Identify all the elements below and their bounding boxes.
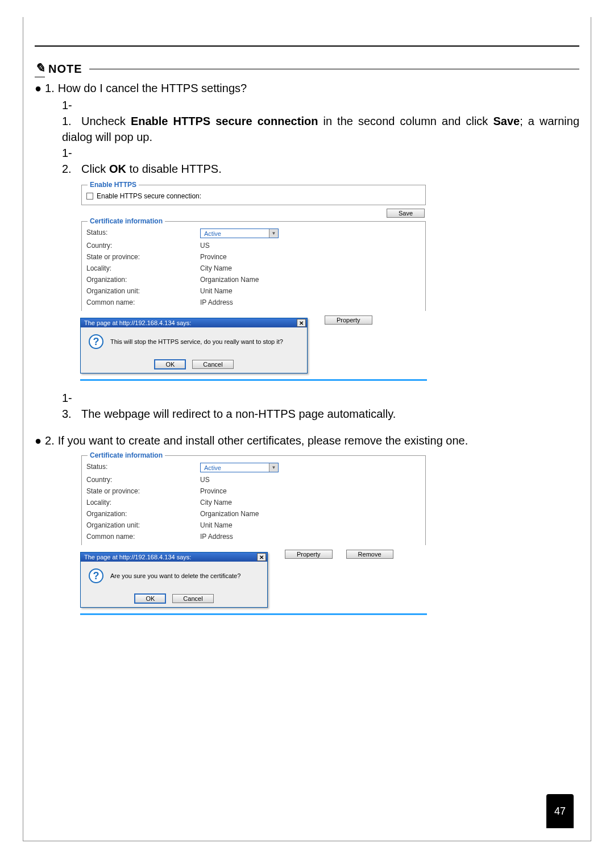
enable-https-checkbox[interactable] (86, 193, 93, 200)
val-status2: Active ▼ (200, 463, 421, 472)
enable-https-fieldset: Enable HTTPS Enable HTTPS secure connect… (81, 185, 426, 205)
note-heading: ✎ NOTE (35, 61, 579, 77)
cert-info-fieldset-2: Certificate information Status: Active ▼… (81, 455, 426, 545)
lbl-status2: Status: (86, 463, 200, 472)
enable-https-legend: Enable HTTPS (88, 181, 139, 189)
note-pen-icon: ✎ (35, 61, 45, 77)
screenshot-2: Certificate information Status: Active ▼… (80, 455, 427, 615)
cert-info-legend-1: Certificate information (88, 217, 165, 225)
cert-grid-1: Status: Active ▼ Country: US State or pr… (86, 229, 421, 306)
bullet-icon: ● (35, 434, 42, 447)
ok-button[interactable]: OK (154, 359, 186, 369)
val-org: Organization Name (200, 276, 421, 284)
q1-step1-bold: Enable HTTPS secure connection (131, 115, 318, 127)
note-label: NOTE (48, 63, 82, 76)
q2-text: If you want to create and install other … (58, 434, 468, 447)
cert-info-legend-2: Certificate information (88, 451, 165, 459)
lbl-orgunit: Organization unit: (86, 287, 200, 295)
chevron-down-icon: ▼ (269, 229, 278, 238)
lbl-orgunit2: Organization unit: (86, 521, 200, 529)
val-org2: Organization Name (200, 510, 421, 518)
question-1: ● 1. How do I cancel the HTTPS settings? (35, 82, 579, 95)
confirm-dialog-1: The page at http://192.168.4.134 says: ✕… (80, 318, 308, 373)
lbl-common2: Common name: (86, 533, 200, 541)
dialog-title-2: The page at http://192.168.4.134 says: (84, 554, 191, 560)
lbl-state: State or province: (86, 253, 200, 261)
cancel-button[interactable]: Cancel (192, 360, 233, 369)
note-rule (89, 69, 579, 69)
close-icon[interactable]: ✕ (297, 319, 306, 327)
q1-step2-post: to disable HTTPS. (126, 163, 222, 175)
cancel-button[interactable]: Cancel (172, 594, 213, 603)
dialog-title: The page at http://192.168.4.134 says: (84, 319, 191, 326)
val-common: IP Address (200, 298, 421, 306)
status-combo[interactable]: Active ▼ (200, 229, 279, 238)
status-combo-2[interactable]: Active ▼ (200, 463, 279, 472)
dialog-message-2: Are you sure you want to delete the cert… (110, 572, 240, 579)
status-combo-value: Active (201, 230, 269, 237)
val-state2: Province (200, 487, 421, 495)
q2-number: 2. (45, 434, 55, 447)
lbl-locality: Locality: (86, 264, 200, 272)
question-icon: ? (89, 568, 103, 583)
enable-https-checkbox-label: Enable HTTPS secure connection: (97, 192, 201, 200)
lbl-common: Common name: (86, 298, 200, 306)
remove-button[interactable]: Remove (346, 550, 393, 559)
dialog-body: ? This will stop the HTTPS service, do y… (81, 327, 307, 356)
enable-https-row: Enable HTTPS secure connection: (86, 192, 421, 200)
q1-number: 1. (45, 82, 55, 95)
q1-step2-bold: OK (109, 163, 126, 175)
status-combo-value-2: Active (201, 464, 269, 471)
q1-step3-text: The webpage will redirect to a non-HTTPS… (81, 408, 396, 420)
chevron-down-icon: ▼ (269, 463, 278, 472)
question-2: ● 2. If you want to create and install o… (35, 434, 579, 447)
save-row: Save (82, 209, 425, 218)
page-number: 47 (546, 794, 574, 828)
top-horizontal-rule (35, 45, 579, 47)
q1-step1-num: 1-1. (62, 97, 81, 129)
val-country2: US (200, 476, 421, 484)
q1-step2: 1-2.Click OK to disable HTTPS. (62, 145, 579, 177)
val-status: Active ▼ (200, 229, 421, 238)
q1-step1-mid: in the second column and click (318, 115, 493, 127)
val-common2: IP Address (200, 533, 421, 541)
lbl-locality2: Locality: (86, 499, 200, 506)
val-state: Province (200, 253, 421, 261)
ok-button[interactable]: OK (134, 593, 166, 604)
lbl-state2: State or province: (86, 487, 200, 495)
screenshot-1: Enable HTTPS Enable HTTPS secure connect… (80, 185, 427, 381)
val-locality: City Name (200, 264, 421, 272)
lbl-country2: Country: (86, 476, 200, 484)
dialog-message: This will stop the HTTPS service, do you… (110, 338, 283, 345)
q1-step2-pre: Click (81, 163, 109, 175)
bullet-icon: ● (35, 82, 42, 95)
val-orgunit2: Unit Name (200, 521, 421, 529)
val-orgunit: Unit Name (200, 287, 421, 295)
cert-info-fieldset-1: Certificate information Status: Active ▼… (81, 221, 426, 311)
q1-text: How do I cancel the HTTPS settings? (58, 82, 247, 95)
dialog-buttons: OK Cancel (81, 356, 307, 373)
dialog-titlebar: The page at http://192.168.4.134 says: ✕ (81, 318, 307, 327)
save-button[interactable]: Save (387, 209, 425, 218)
q1-step3: 1-3.The webpage will redirect to a non-H… (62, 390, 579, 422)
q1-step1: 1-1.Uncheck Enable HTTPS secure connecti… (62, 97, 579, 145)
confirm-dialog-2: The page at http://192.168.4.134 says: ✕… (80, 552, 268, 608)
close-icon[interactable]: ✕ (257, 553, 266, 561)
dialog-titlebar-2: The page at http://192.168.4.134 says: ✕ (81, 553, 267, 562)
q1-step3-num: 1-3. (62, 390, 81, 422)
lbl-org2: Organization: (86, 510, 200, 518)
q1-step1-pre: Uncheck (81, 115, 131, 127)
page-frame: ✎ NOTE ● 1. How do I cancel the HTTPS se… (23, 17, 591, 841)
cert-grid-2: Status: Active ▼ Country: US State or pr… (86, 463, 421, 541)
lbl-status: Status: (86, 229, 200, 238)
property-button[interactable]: Property (325, 315, 372, 325)
q1-step2-num: 1-2. (62, 145, 81, 177)
question-icon: ? (89, 334, 103, 349)
dialog-buttons-2: OK Cancel (81, 590, 267, 607)
q1-step1-bold2: Save (493, 115, 520, 127)
dialog-body-2: ? Are you sure you want to delete the ce… (81, 562, 267, 590)
val-locality2: City Name (200, 499, 421, 506)
lbl-country: Country: (86, 242, 200, 250)
val-country: US (200, 242, 421, 250)
property-button-2[interactable]: Property (285, 550, 333, 559)
